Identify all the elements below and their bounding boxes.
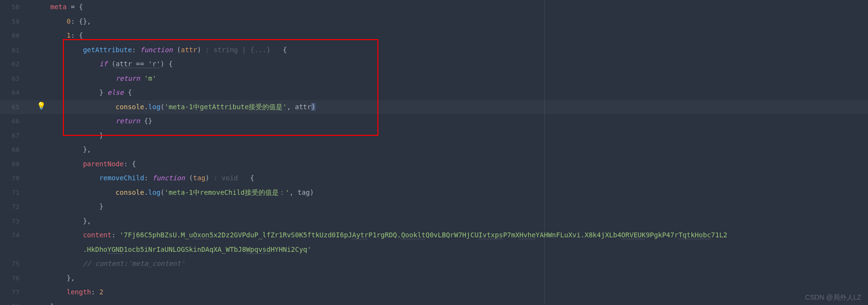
string-part: P1rgRDQ.	[368, 231, 401, 239]
code-line[interactable]: parentNode: {	[50, 157, 868, 172]
property: parentNode	[83, 160, 123, 168]
code-line[interactable]: length: 2	[50, 285, 868, 300]
code-line[interactable]: }	[50, 200, 868, 214]
string-part: Qooklt	[401, 231, 426, 239]
code-line[interactable]: if (attr == 'r') {	[50, 57, 868, 72]
code-line[interactable]: 1: {	[50, 29, 868, 43]
punct: : {},	[71, 17, 91, 25]
code-line[interactable]: }	[50, 129, 868, 143]
gutter-annotations: 💡	[28, 0, 50, 305]
parameter: tag	[193, 174, 205, 182]
condition: attr == 'r'	[116, 60, 161, 68]
parameter: tag	[298, 189, 310, 196]
property: content	[83, 231, 111, 239]
code-line[interactable]: },	[50, 271, 868, 286]
string-part: YGND	[107, 246, 124, 253]
keyword: function	[140, 46, 172, 54]
line-number-gutter: 58 59 60 61 62 63 64 65 66 67 68 69 70 7…	[0, 0, 28, 305]
line-number: 78	[0, 300, 19, 305]
line-number: 59	[0, 15, 19, 29]
parameter: attr	[295, 103, 311, 111]
string: 'meta-1中removeChild接受的值是：'	[165, 189, 289, 196]
code-line[interactable]: console.log('meta-1中removeChild接受的值是：', …	[50, 186, 868, 200]
code-content[interactable]: meta = { 0: {}, 1: { getAttribute: funct…	[50, 0, 868, 305]
string: 'm'	[144, 74, 156, 82]
line-number: 64	[0, 86, 19, 100]
code-line[interactable]: meta = {	[50, 0, 868, 15]
type-hint: : void	[210, 174, 242, 182]
string-part: HYHNi2Cyq'	[270, 246, 311, 253]
method-name: getAttribute	[83, 46, 132, 54]
line-number: 75	[0, 257, 19, 271]
line-number: 77	[0, 285, 19, 300]
string-part: '7Fj66C5phBZsU.M_u	[120, 231, 193, 239]
line-number: 71	[0, 186, 19, 200]
string-part: YAHWnFLuXvi.X8k4jXLb4	[536, 231, 621, 239]
code-line-continuation[interactable]: .HkDhoYGND1ocb5iNrIaUNLOGSkinDAqXA_WTbJ8…	[50, 243, 868, 257]
line-number: 58	[0, 0, 19, 15]
key: 1	[67, 31, 71, 39]
object: console	[116, 189, 144, 196]
line-number: 73	[0, 214, 19, 229]
line-number: 69	[0, 157, 19, 172]
key: 0	[67, 17, 71, 25]
string-part: Wpqvsd	[246, 246, 271, 253]
string-part: Hvhe	[519, 231, 536, 239]
code-line[interactable]: },	[50, 214, 868, 229]
method: log	[148, 189, 160, 196]
number: 2	[99, 288, 103, 296]
line-number: 68	[0, 143, 19, 157]
line-number: 66	[0, 114, 19, 129]
string-part: Ivtxps	[479, 231, 503, 239]
string-part: TqtkHobc	[678, 231, 711, 239]
line-number: 70	[0, 171, 19, 186]
method: log	[148, 103, 160, 111]
method-name: removeChild	[99, 174, 144, 182]
string-part: .HkDho	[83, 246, 107, 253]
keyword: return	[116, 117, 140, 125]
watermark: CSDN @局外人LZ	[805, 293, 861, 302]
code-line[interactable]: },	[50, 143, 868, 157]
keyword: function	[152, 174, 185, 182]
line-number: 67	[0, 129, 19, 143]
type-hint: : string | {...}	[201, 46, 275, 54]
string-part: 5x2Dz2GVPduP_lfZr1RvS0K5ftkUzd0I6pJ	[210, 231, 352, 239]
code-line[interactable]: content: '7Fj66C5phBZsU.M_uOxon5x2Dz2GVP…	[50, 228, 868, 243]
code-line[interactable]: return 'm'	[50, 72, 868, 86]
property: length	[67, 288, 91, 296]
punct: : {	[71, 31, 83, 39]
code-line[interactable]: } else {	[50, 86, 868, 100]
string-part: P7mX	[503, 231, 520, 239]
string-part: Aytr	[352, 231, 369, 239]
code-line[interactable]: // content:'meta_content'	[50, 257, 868, 271]
comment: // content:'meta_content'	[83, 260, 185, 267]
string-part: 1ocb5iNrIaUNLOGSkinDAqXA_WTbJ8	[124, 246, 246, 253]
line-number: 76	[0, 271, 19, 286]
code-line[interactable]: removeChild: function (tag) : void {	[50, 171, 868, 186]
line-number: 61	[0, 43, 19, 58]
identifier: meta	[50, 3, 67, 11]
code-line[interactable]: console.log('meta-1中getAttribute接受的值是', …	[50, 100, 868, 115]
string-part: 9PgkP47r	[646, 231, 678, 239]
line-number: 62	[0, 57, 19, 72]
code-line[interactable]: }	[50, 300, 868, 305]
string: 'meta-1中getAttribute接受的值是'	[165, 103, 287, 111]
keyword: if	[99, 60, 107, 68]
punct: = {	[67, 3, 83, 11]
line-number: 63	[0, 72, 19, 86]
keyword: return	[116, 74, 140, 82]
code-line[interactable]: 0: {},	[50, 15, 868, 29]
code-line[interactable]: return {}	[50, 114, 868, 129]
lightbulb-icon[interactable]: 💡	[37, 102, 46, 110]
code-editor[interactable]: 58 59 60 61 62 63 64 65 66 67 68 69 70 7…	[0, 0, 868, 305]
code-line[interactable]: getAttribute: function (attr) : string |…	[50, 43, 868, 58]
line-number: 72	[0, 200, 19, 214]
keyword: else	[107, 88, 124, 96]
string-part: 71L2	[711, 231, 728, 239]
string-part: Oxon	[193, 231, 210, 239]
line-number	[0, 243, 19, 257]
parameter: attr	[181, 46, 197, 54]
object: console	[116, 103, 144, 111]
string-part: ORVEUK	[621, 231, 646, 239]
string-part: Q0vLBQrW7HjCU	[426, 231, 479, 239]
